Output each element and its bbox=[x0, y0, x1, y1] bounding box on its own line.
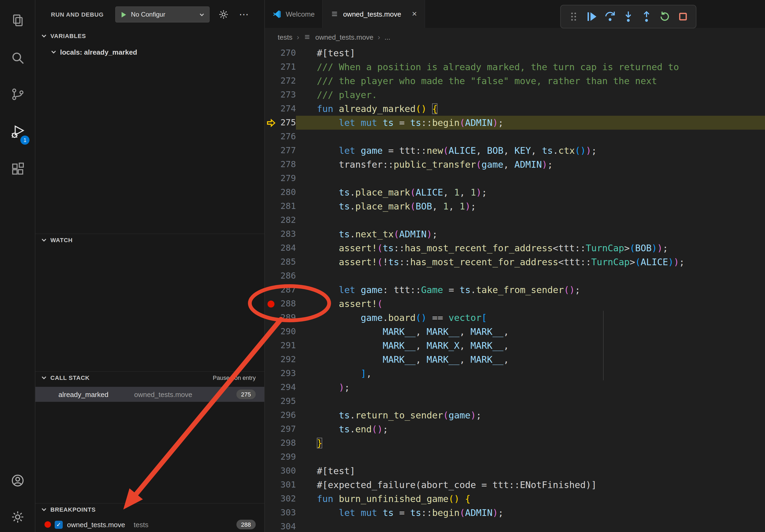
gutter[interactable] bbox=[265, 492, 277, 506]
code-text[interactable]: #[test] bbox=[296, 464, 765, 478]
explorer-icon[interactable] bbox=[0, 6, 35, 34]
step-out-button[interactable] bbox=[639, 9, 654, 24]
gutter[interactable] bbox=[265, 102, 277, 116]
code-text[interactable]: /// When a position is already marked, t… bbox=[296, 60, 765, 74]
code-line-285[interactable]: 285 assert!(!ts::has_most_recent_for_add… bbox=[265, 255, 765, 269]
code-text[interactable]: ts.return_to_sender(game); bbox=[296, 408, 765, 422]
code-text[interactable]: fun already_marked() { bbox=[296, 102, 765, 116]
breakpoint-enabled-checkbox[interactable] bbox=[55, 520, 63, 529]
code-line-290[interactable]: 290 MARK__, MARK__, MARK__, bbox=[265, 325, 765, 339]
code-line-277[interactable]: 277 let game = ttt::new(ALICE, BOB, KEY,… bbox=[265, 143, 765, 157]
code-text[interactable]: ts.end(); bbox=[296, 422, 765, 436]
debug-settings-gear-icon[interactable] bbox=[217, 8, 230, 21]
code-text[interactable] bbox=[296, 269, 765, 283]
code-line-276[interactable]: 276 bbox=[265, 130, 765, 143]
tab-welcome[interactable]: Welcome bbox=[265, 0, 323, 28]
code-area[interactable]: 270#[test]271/// When a position is alre… bbox=[265, 46, 765, 532]
code-text[interactable]: #[expected_failure(abort_code = ttt::ENo… bbox=[296, 478, 765, 492]
gutter[interactable] bbox=[265, 339, 277, 353]
settings-gear-icon[interactable] bbox=[0, 503, 35, 531]
code-line-293[interactable]: 293 ], bbox=[265, 367, 765, 381]
gutter[interactable] bbox=[265, 269, 277, 283]
code-text[interactable]: game.board() == vector[ bbox=[296, 311, 765, 325]
code-text[interactable]: assert!(ts::has_most_recent_for_address<… bbox=[296, 241, 765, 255]
gutter[interactable] bbox=[265, 520, 277, 532]
code-line-304[interactable]: 304 bbox=[265, 520, 765, 532]
gutter[interactable] bbox=[265, 464, 277, 478]
code-text[interactable]: /// the player who made the "false" move… bbox=[296, 74, 765, 88]
gutter[interactable] bbox=[265, 436, 277, 450]
continue-button[interactable] bbox=[584, 9, 599, 24]
code-line-294[interactable]: 294 ); bbox=[265, 381, 765, 394]
code-line-274[interactable]: 274fun already_marked() { bbox=[265, 102, 765, 116]
code-line-284[interactable]: 284 assert!(ts::has_most_recent_for_addr… bbox=[265, 241, 765, 255]
variables-scope-row[interactable]: locals: already_marked bbox=[35, 45, 264, 59]
stop-button[interactable] bbox=[675, 9, 690, 24]
code-line-302[interactable]: 302fun burn_unfinished_game() { bbox=[265, 492, 765, 506]
gutter[interactable] bbox=[265, 506, 277, 520]
gutter[interactable] bbox=[265, 255, 277, 269]
gutter[interactable] bbox=[265, 367, 277, 381]
code-line-303[interactable]: 303 let mut ts = ts::begin(ADMIN); bbox=[265, 506, 765, 520]
gutter[interactable] bbox=[265, 60, 277, 74]
step-over-button[interactable] bbox=[602, 9, 618, 24]
breadcrumb-item-file[interactable]: owned_tests.move bbox=[315, 33, 374, 41]
extensions-icon[interactable] bbox=[0, 155, 35, 183]
tab-owned-tests-move[interactable]: owned_tests.move × bbox=[323, 0, 425, 28]
code-line-292[interactable]: 292 MARK__, MARK__, MARK__, bbox=[265, 353, 765, 367]
code-text[interactable]: transfer::public_transfer(game, ADMIN); bbox=[296, 157, 765, 171]
gutter[interactable] bbox=[265, 143, 277, 157]
code-line-273[interactable]: 273/// player. bbox=[265, 88, 765, 102]
gutter[interactable] bbox=[265, 353, 277, 367]
gutter[interactable] bbox=[265, 213, 277, 227]
gutter[interactable] bbox=[265, 450, 277, 464]
code-line-283[interactable]: 283 ts.next_tx(ADMIN); bbox=[265, 227, 765, 241]
gutter[interactable] bbox=[265, 199, 277, 213]
code-text[interactable]: let game: ttt::Game = ts.take_from_sende… bbox=[296, 283, 765, 297]
breakpoints-section-header[interactable]: BREAKPOINTS bbox=[35, 503, 264, 515]
code-line-275[interactable]: 275 let mut ts = ts::begin(ADMIN); bbox=[265, 116, 765, 130]
breadcrumb-item-more[interactable]: ... bbox=[384, 33, 390, 41]
gutter[interactable] bbox=[265, 74, 277, 88]
watch-section-header[interactable]: WATCH bbox=[35, 234, 264, 246]
gutter[interactable] bbox=[265, 241, 277, 255]
code-line-271[interactable]: 271/// When a position is already marked… bbox=[265, 60, 765, 74]
code-line-270[interactable]: 270#[test] bbox=[265, 46, 765, 60]
breadcrumb[interactable]: tests › owned_tests.move › ... bbox=[265, 28, 765, 46]
accounts-icon[interactable] bbox=[0, 467, 35, 494]
code-text[interactable]: } bbox=[296, 436, 765, 450]
gutter[interactable] bbox=[265, 116, 277, 130]
gutter[interactable] bbox=[265, 157, 277, 171]
code-line-299[interactable]: 299 bbox=[265, 450, 765, 464]
code-text[interactable]: fun burn_unfinished_game() { bbox=[296, 492, 765, 506]
gutter[interactable] bbox=[265, 311, 277, 325]
breakpoint-dot[interactable] bbox=[267, 300, 274, 307]
breadcrumb-item-tests[interactable]: tests bbox=[278, 33, 293, 41]
code-line-279[interactable]: 279 bbox=[265, 171, 765, 185]
code-line-300[interactable]: 300#[test] bbox=[265, 464, 765, 478]
run-and-debug-icon[interactable]: 1 bbox=[0, 118, 35, 146]
search-icon[interactable] bbox=[0, 44, 35, 72]
code-text[interactable] bbox=[296, 394, 765, 408]
code-line-295[interactable]: 295 bbox=[265, 394, 765, 408]
gutter[interactable] bbox=[265, 171, 277, 185]
code-line-301[interactable]: 301#[expected_failure(abort_code = ttt::… bbox=[265, 478, 765, 492]
close-icon[interactable]: × bbox=[412, 10, 417, 18]
debug-config-dropdown[interactable]: No Configur bbox=[116, 6, 210, 23]
code-line-298[interactable]: 298} bbox=[265, 436, 765, 450]
gutter[interactable] bbox=[265, 185, 277, 199]
code-line-280[interactable]: 280 ts.place_mark(ALICE, 1, 1); bbox=[265, 185, 765, 199]
code-line-289[interactable]: 289 game.board() == vector[ bbox=[265, 311, 765, 325]
code-text[interactable]: ts.next_tx(ADMIN); bbox=[296, 227, 765, 241]
code-line-282[interactable]: 282 bbox=[265, 213, 765, 227]
gutter[interactable] bbox=[265, 283, 277, 297]
breakpoint-list-item[interactable]: owned_tests.move tests 288 bbox=[35, 518, 264, 531]
gutter[interactable] bbox=[265, 130, 277, 143]
code-line-291[interactable]: 291 MARK__, MARK_X, MARK__, bbox=[265, 339, 765, 353]
call-stack-section-header[interactable]: CALL STACK Paused on entry bbox=[35, 371, 264, 384]
code-text[interactable]: ], bbox=[296, 367, 765, 381]
code-text[interactable]: let mut ts = ts::begin(ADMIN); bbox=[296, 506, 765, 520]
code-text[interactable] bbox=[296, 450, 765, 464]
code-text[interactable]: MARK__, MARK__, MARK__, bbox=[296, 353, 765, 367]
code-line-272[interactable]: 272/// the player who made the "false" m… bbox=[265, 74, 765, 88]
